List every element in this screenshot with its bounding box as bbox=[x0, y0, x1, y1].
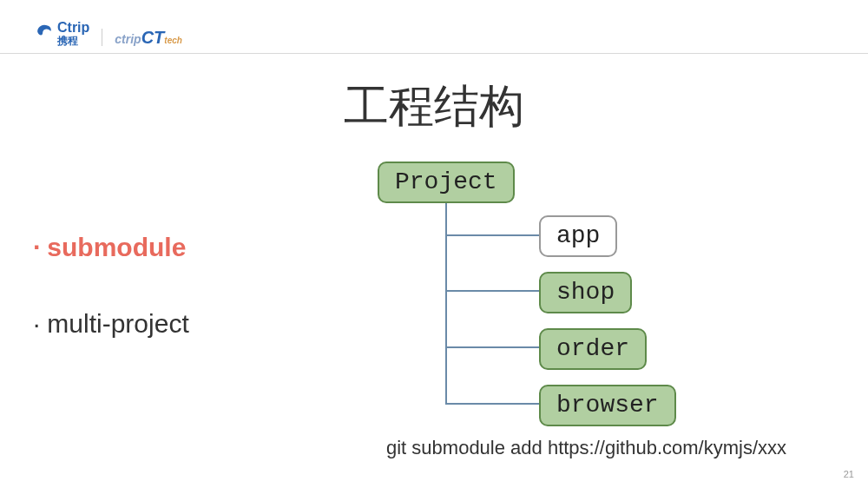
tree-node-app: app bbox=[539, 215, 617, 257]
bullet-text: multi-project bbox=[47, 309, 188, 338]
bullet-text: submodule bbox=[47, 233, 186, 261]
bullet-multi-project: ·multi-project bbox=[33, 309, 189, 339]
bullet-dot-icon: · bbox=[33, 309, 40, 338]
ctrip-logo: Ctrip 携程 bbox=[35, 20, 89, 46]
project-tree-diagram: Project app shop order browser bbox=[378, 162, 725, 422]
logo2-part-b: CT bbox=[141, 28, 165, 47]
tree-connector-h3 bbox=[445, 346, 539, 348]
logo2-part-c: tech bbox=[164, 36, 182, 45]
dolphin-icon bbox=[35, 22, 54, 45]
ctrip-tech-logo: ctripCTtech bbox=[102, 29, 182, 46]
tree-node-browser: browser bbox=[539, 385, 676, 426]
tree-node-shop: shop bbox=[539, 272, 632, 313]
bullet-submodule: ·submodule bbox=[33, 233, 189, 262]
bullet-dot-icon: · bbox=[33, 233, 40, 261]
tree-connector-h2 bbox=[445, 290, 539, 292]
logo-text-cn: 携程 bbox=[57, 36, 89, 46]
tree-node-project: Project bbox=[378, 162, 515, 203]
bullet-list: ·submodule ·multi-project bbox=[33, 233, 189, 386]
git-command-text: git submodule add https://github.com/kym… bbox=[386, 437, 786, 459]
tree-node-order: order bbox=[539, 328, 647, 370]
logo2-part-a: ctrip bbox=[115, 32, 141, 46]
slide-header: Ctrip 携程 ctripCTtech bbox=[0, 0, 868, 54]
page-number: 21 bbox=[844, 469, 854, 479]
slide-title: 工程结构 bbox=[0, 76, 868, 137]
tree-connector-vertical bbox=[445, 198, 447, 403]
tree-connector-h4 bbox=[445, 403, 539, 405]
tree-connector-h1 bbox=[445, 234, 539, 236]
logo-text-en: Ctrip bbox=[57, 20, 89, 35]
